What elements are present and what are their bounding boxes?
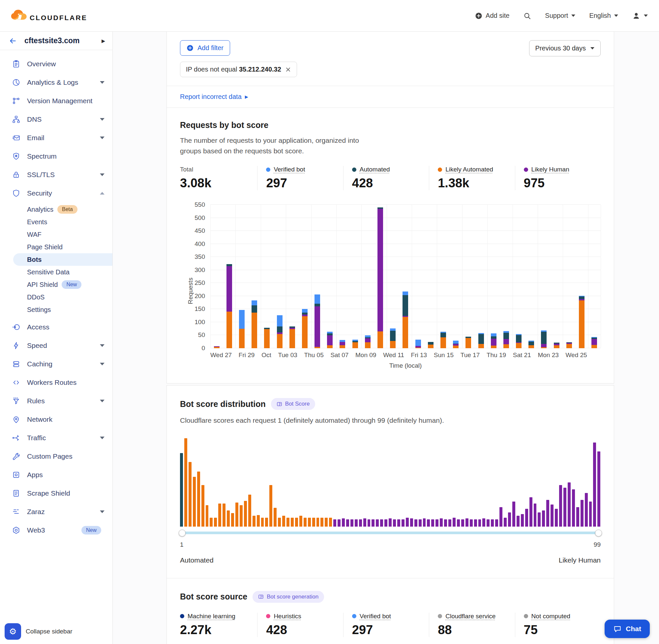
stacked-bar bbox=[554, 343, 560, 348]
bar-segment-verified-bot bbox=[239, 310, 244, 329]
sidebar-item-sensitive-data[interactable]: Sensitive Data bbox=[0, 266, 112, 278]
x-tick-label bbox=[297, 351, 304, 359]
report-incorrect-data-link[interactable]: Report incorrect data ▶ bbox=[180, 93, 248, 100]
chat-button[interactable]: Chat bbox=[605, 620, 650, 638]
bar-segment-automated bbox=[516, 335, 521, 342]
sidebar-item-workers-routes[interactable]: Workers Routes bbox=[0, 373, 112, 392]
hist-bar-likely-human bbox=[572, 489, 575, 527]
book-icon bbox=[277, 401, 282, 407]
hist-bar-likely-automated bbox=[299, 516, 302, 526]
sidebar-item-label: Network bbox=[27, 415, 104, 423]
sidebar-item-label: Email bbox=[27, 134, 100, 142]
language-menu[interactable]: English bbox=[589, 12, 618, 20]
sidebar-item-zaraz[interactable]: Zaraz bbox=[0, 503, 112, 521]
add-site-button[interactable]: Add site bbox=[475, 12, 509, 20]
bar-segment-likely-automated bbox=[516, 343, 521, 348]
bar-segment-automated bbox=[277, 326, 283, 332]
sidebar-item-analytics[interactable]: AnalyticsBeta bbox=[0, 203, 112, 216]
sidebar-item-spectrum[interactable]: Spectrum bbox=[0, 147, 112, 165]
sidebar-item-events[interactable]: Events bbox=[0, 216, 112, 228]
bar-segment-verified-bot bbox=[252, 300, 257, 306]
sidebar-item-analytics-logs[interactable]: Analytics & Logs bbox=[0, 73, 112, 92]
bar-segment-likely-automated bbox=[390, 341, 396, 348]
hist-bar-likely-human bbox=[525, 509, 528, 527]
caret-right-icon[interactable]: ▸ bbox=[101, 37, 105, 45]
sidebar-item-scrape-shield[interactable]: Scrape Shield bbox=[0, 484, 112, 503]
sidebar-item-email[interactable]: Email bbox=[0, 129, 112, 147]
x-tick-label bbox=[559, 351, 566, 359]
stat-label[interactable]: Cloudflare service bbox=[445, 613, 495, 620]
sidebar-item-apps[interactable]: Apps bbox=[0, 466, 112, 484]
stat-label[interactable]: Verified bot bbox=[360, 613, 391, 620]
stat-label[interactable]: Machine learning bbox=[188, 613, 235, 620]
sidebar-item-bots[interactable]: Bots bbox=[13, 253, 112, 266]
chevron-down-icon bbox=[100, 363, 104, 365]
x-tick-label bbox=[454, 351, 461, 359]
slider-track[interactable] bbox=[180, 532, 601, 534]
cloudflare-logo[interactable]: CLOUDFLARE bbox=[8, 8, 87, 23]
x-tick-label bbox=[427, 351, 434, 359]
stat-label[interactable]: Likely Automated bbox=[445, 166, 493, 173]
bot-score-badge[interactable]: Bot Score bbox=[271, 398, 315, 410]
add-filter-button[interactable]: Add filter bbox=[180, 40, 230, 56]
bar-segment-likely-automated bbox=[252, 313, 257, 348]
sidebar-item-caching[interactable]: Caching bbox=[0, 355, 112, 373]
sidebar-item-ddos[interactable]: DDoS bbox=[0, 291, 112, 303]
sidebar-item-security[interactable]: Security bbox=[0, 184, 112, 203]
hist-bar-likely-human bbox=[376, 519, 379, 526]
sidebar-item-speed[interactable]: Speed bbox=[0, 336, 112, 355]
bar-segment-automated bbox=[503, 333, 509, 339]
sidebar-item-waf[interactable]: WAF bbox=[0, 228, 112, 241]
x-tick-label: Fri 13 bbox=[411, 351, 427, 359]
sidebar-item-access[interactable]: Access bbox=[0, 318, 112, 336]
legend-dot-icon bbox=[438, 167, 442, 172]
sidebar-item-label: Web3 bbox=[27, 526, 77, 534]
stat-label[interactable]: Automated bbox=[360, 166, 390, 173]
stat-label: Total bbox=[180, 166, 193, 173]
hist-bar-likely-automated bbox=[321, 518, 323, 527]
sidebar-item-version-management[interactable]: Version Management bbox=[0, 92, 112, 110]
hist-bar-likely-human bbox=[380, 519, 383, 526]
collapse-sidebar-button[interactable]: Collapse sidebar bbox=[26, 628, 72, 635]
account-menu[interactable] bbox=[632, 12, 648, 20]
sidebar-item-settings[interactable]: Settings bbox=[0, 303, 112, 316]
time-range-dropdown[interactable]: Previous 30 days bbox=[529, 40, 601, 56]
hist-bar-likely-human bbox=[397, 519, 400, 526]
stat-label[interactable]: Likely Human bbox=[532, 166, 569, 173]
stat-label[interactable]: Not computed bbox=[532, 613, 570, 620]
bar-slot bbox=[361, 205, 374, 348]
search-icon bbox=[523, 12, 531, 20]
sidebar-item-traffic[interactable]: Traffic bbox=[0, 429, 112, 447]
sidebar-item-label: Workers Routes bbox=[27, 378, 104, 387]
bars-layer bbox=[210, 205, 601, 348]
sidebar-item-custom-pages[interactable]: Custom Pages bbox=[0, 447, 112, 466]
search-button[interactable] bbox=[523, 12, 531, 20]
sidebar-item-dns[interactable]: DNS bbox=[0, 110, 112, 129]
y-tick-label: 350 bbox=[194, 253, 205, 260]
sidebar-item-rules[interactable]: Rules bbox=[0, 392, 112, 410]
sidebar-item-label: Overview bbox=[27, 60, 104, 68]
stacked-bar bbox=[314, 295, 320, 348]
sidebar-item-web3[interactable]: Web3New bbox=[0, 521, 112, 539]
slider-handle-max[interactable] bbox=[595, 530, 602, 536]
site-selector[interactable]: cftestsite3.com ▸ bbox=[0, 32, 112, 50]
settings-gear-button[interactable]: ⚙ bbox=[5, 623, 21, 640]
sidebar-item-ssl-tls[interactable]: SSL/TLS bbox=[0, 165, 112, 184]
sidebar-item-api-shield[interactable]: API ShieldNew bbox=[0, 278, 112, 291]
sidebar-subitem-label: Bots bbox=[27, 256, 42, 263]
stat-label[interactable]: Verified bot bbox=[274, 166, 305, 173]
support-menu[interactable]: Support bbox=[545, 12, 575, 20]
remove-filter-button[interactable] bbox=[285, 67, 291, 72]
stacked-bar bbox=[214, 346, 219, 348]
stat-value: 2.27k bbox=[180, 623, 257, 637]
sidebar-item-overview[interactable]: Overview bbox=[0, 55, 112, 73]
requests-by-bot-score-section: Requests by bot score The number of requ… bbox=[167, 108, 614, 383]
stat-label[interactable]: Heuristics bbox=[274, 613, 301, 620]
y-axis-title: Requests bbox=[187, 277, 194, 304]
slider-handle-min[interactable] bbox=[179, 530, 186, 536]
bot-score-generation-badge[interactable]: Bot score generation bbox=[253, 591, 324, 603]
sidebar-item-page-shield[interactable]: Page Shield bbox=[0, 241, 112, 253]
stacked-bar bbox=[277, 315, 283, 348]
sidebar-item-network[interactable]: Network bbox=[0, 410, 112, 429]
back-arrow-icon[interactable] bbox=[8, 37, 17, 45]
